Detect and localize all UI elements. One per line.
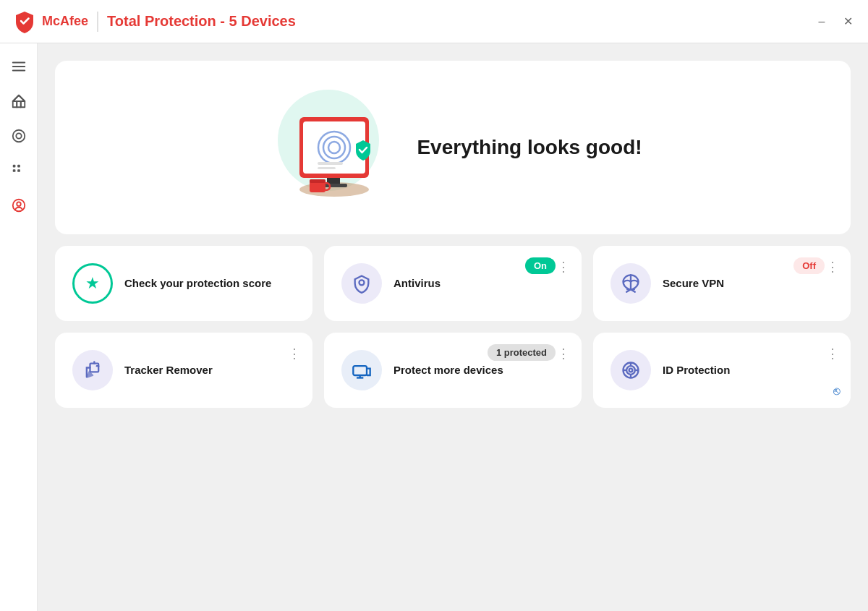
hero-illustration <box>263 90 393 205</box>
card-id-protection[interactable]: ID Protection ⋮ ⎋ <box>593 333 851 408</box>
hamburger-icon <box>11 59 27 74</box>
main-content: Everything looks good! ★ Check your prot… <box>38 43 868 611</box>
shield-icon <box>11 128 27 144</box>
sidebar-item-menu[interactable] <box>4 52 33 81</box>
mcafee-brand-text: McAfee <box>42 14 88 29</box>
svg-rect-9 <box>12 169 15 172</box>
hero-text: Everything looks good! <box>417 136 642 159</box>
card-tracker-remover[interactable]: Tracker Remover ⋮ <box>55 333 312 408</box>
close-button[interactable]: ✕ <box>839 13 856 30</box>
card-antivirus[interactable]: Antivirus On ⋮ <box>324 246 582 321</box>
svg-rect-10 <box>17 169 20 172</box>
sidebar-item-account[interactable] <box>4 191 33 220</box>
devices-menu[interactable]: ⋮ <box>554 344 573 363</box>
sidebar <box>0 43 38 611</box>
main-layout: Everything looks good! ★ Check your prot… <box>0 43 868 611</box>
tracker-menu[interactable]: ⋮ <box>285 344 304 363</box>
card-protection-score[interactable]: ★ Check your protection score <box>55 246 312 321</box>
svg-rect-22 <box>318 167 336 169</box>
svg-rect-7 <box>12 165 15 168</box>
minimize-button[interactable]: – <box>813 13 830 30</box>
tracker-icon <box>82 360 103 380</box>
title-bar-left: McAfee Total Protection - 5 Devices <box>12 9 296 35</box>
tracker-label: Tracker Remover <box>124 363 213 377</box>
external-link-icon[interactable]: ⎋ <box>833 385 841 398</box>
id-icon-wrap <box>610 350 651 390</box>
sidebar-item-home[interactable] <box>4 87 33 116</box>
vpn-badge: Off <box>793 257 825 274</box>
mcafee-logo: McAfee <box>12 9 88 35</box>
star-icon: ★ <box>85 274 100 293</box>
protection-score-label: Check your protection score <box>124 276 271 291</box>
title-bar: McAfee Total Protection - 5 Devices – ✕ <box>0 0 868 43</box>
id-protection-label: ID Protection <box>663 363 730 377</box>
svg-point-32 <box>626 366 635 375</box>
user-circle-icon <box>11 197 27 213</box>
devices-icon <box>352 360 372 380</box>
devices-icon-wrap <box>341 350 382 390</box>
antivirus-label: Antivirus <box>393 276 441 291</box>
card-secure-vpn[interactable]: Secure VPN Off ⋮ <box>593 246 851 321</box>
svg-rect-21 <box>318 162 343 165</box>
vpn-icon <box>621 273 641 294</box>
devices-label: Protect more devices <box>393 363 503 377</box>
protection-score-icon-wrap: ★ <box>72 263 113 304</box>
svg-rect-27 <box>90 364 99 372</box>
window-controls: – ✕ <box>813 13 856 30</box>
monitor-illustration <box>278 97 393 202</box>
svg-rect-4 <box>12 101 25 107</box>
card-protect-devices[interactable]: Protect more devices 1 protected ⋮ <box>324 333 582 408</box>
svg-rect-24 <box>310 179 326 183</box>
cards-grid: ★ Check your protection score Antivirus … <box>55 246 851 408</box>
sidebar-item-apps[interactable] <box>4 156 33 185</box>
home-icon <box>11 93 27 109</box>
id-protection-menu[interactable]: ⋮ <box>823 344 842 363</box>
svg-point-25 <box>359 280 365 285</box>
vpn-label: Secure VPN <box>663 276 724 291</box>
mcafee-logo-icon <box>12 9 38 35</box>
antivirus-menu[interactable]: ⋮ <box>554 257 573 276</box>
svg-point-33 <box>629 369 633 372</box>
svg-point-5 <box>12 130 25 142</box>
title-divider <box>97 12 98 32</box>
devices-badge: 1 protected <box>488 344 556 361</box>
hero-card: Everything looks good! <box>55 61 851 234</box>
svg-point-12 <box>17 202 21 206</box>
sidebar-item-protection[interactable] <box>4 121 33 150</box>
app-title: Total Protection - 5 Devices <box>107 13 296 30</box>
hero-message: Everything looks good! <box>417 136 642 159</box>
antivirus-icon <box>352 273 372 294</box>
vpn-icon-wrap <box>610 263 651 304</box>
svg-rect-8 <box>17 165 20 168</box>
antivirus-icon-wrap <box>341 263 382 304</box>
antivirus-badge: On <box>525 257 556 274</box>
svg-rect-28 <box>353 366 367 375</box>
svg-point-6 <box>16 133 21 138</box>
grid-icon <box>11 163 27 179</box>
tracker-icon-wrap <box>72 350 113 390</box>
id-protection-icon <box>621 360 641 380</box>
vpn-menu[interactable]: ⋮ <box>823 257 842 276</box>
